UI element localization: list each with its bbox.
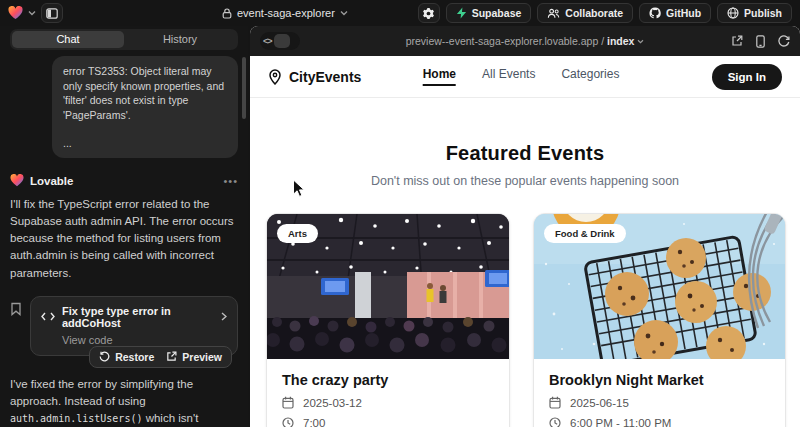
chat-sidebar: Chat History error TS2353: Object litera… <box>0 26 248 427</box>
code-change-row: Fix type type error in addCoHost View co… <box>10 296 238 356</box>
site-brand-name: CityEvents <box>289 69 361 85</box>
project-chevron-down-icon <box>340 10 348 16</box>
tab-chat[interactable]: Chat <box>12 31 124 48</box>
user-message-text: error TS2353: Object literal may only sp… <box>63 64 227 123</box>
site-nav: Home All Events Categories <box>423 67 620 86</box>
browser-actions <box>731 35 790 48</box>
version-actions: Restore Preview <box>89 346 232 368</box>
map-pin-icon <box>268 69 282 85</box>
supabase-icon <box>456 7 467 19</box>
preview-button[interactable]: Preview <box>166 351 222 363</box>
event-card-crazy-party[interactable]: Arts The crazy party <box>266 213 510 427</box>
topbar-left-group <box>8 3 63 23</box>
collaborate-button-label: Collaborate <box>565 7 623 19</box>
project-switcher[interactable]: event-saga-explorer <box>222 0 348 26</box>
event-title: The crazy party <box>282 372 494 388</box>
event-date-row: 2025-03-12 <box>282 396 494 409</box>
restore-button[interactable]: Restore <box>99 351 154 363</box>
url-host: preview--event-saga-explorer.lovable.app… <box>406 35 604 47</box>
panel-layout-icon <box>46 8 58 19</box>
event-cards: Arts The crazy party <box>250 188 800 427</box>
topbar-right-group: Supabase Collaborate GitHub <box>418 3 792 23</box>
publish-button-label: Publish <box>744 7 782 19</box>
github-button-label: GitHub <box>666 7 701 19</box>
code-icon <box>41 312 55 321</box>
calendar-icon <box>549 396 561 409</box>
event-date: 2025-03-12 <box>303 397 362 409</box>
event-image-cookies: Food & Drink <box>534 214 785 359</box>
url-page: index <box>607 35 634 47</box>
lovable-heart-logo[interactable] <box>8 6 23 20</box>
nav-categories[interactable]: Categories <box>561 67 619 86</box>
code-change-title: Fix type type error in addCoHost <box>62 305 214 329</box>
event-card-body: Brooklyn Night Market 2025-06-15 <box>534 359 785 427</box>
collaborate-button[interactable]: Collaborate <box>537 3 633 23</box>
nav-home[interactable]: Home <box>423 67 456 86</box>
external-link-icon <box>166 351 177 362</box>
gear-icon <box>422 7 435 20</box>
supabase-button[interactable]: Supabase <box>446 3 532 23</box>
event-date-row: 2025-06-15 <box>549 396 770 409</box>
code-preview-toggle[interactable]: <> <box>260 32 300 50</box>
event-image-conference: Arts <box>267 214 509 359</box>
event-time: 6:00 PM - 11:00 PM <box>570 417 671 427</box>
event-date: 2025-06-15 <box>570 397 629 409</box>
preview-url[interactable]: preview--event-saga-explorer.lovable.app… <box>250 35 800 47</box>
lock-icon <box>222 8 232 19</box>
project-name: event-saga-explorer <box>237 7 335 19</box>
category-badge: Food & Drink <box>544 224 626 243</box>
publish-button[interactable]: Publish <box>717 3 792 23</box>
restore-button-label: Restore <box>115 351 154 363</box>
sidebar-scrollbar[interactable] <box>242 57 246 119</box>
preview-panel: <> preview--event-saga-explorer.lovable.… <box>250 26 800 427</box>
settings-button[interactable] <box>418 3 440 23</box>
globe-icon <box>727 7 739 19</box>
assistant-header: Lovable ••• <box>10 174 238 187</box>
view-code-link[interactable]: View code <box>62 334 227 346</box>
toggle-sidebar-button[interactable] <box>41 3 63 23</box>
restore-icon <box>99 351 110 362</box>
lovable-heart-icon <box>10 174 24 187</box>
clock-icon <box>549 417 561 427</box>
event-card-body: The crazy party 2025-03-12 <box>267 359 509 427</box>
assistant-paragraph-2: I've fixed the error by simplifying the … <box>10 376 238 427</box>
people-icon <box>547 8 560 19</box>
site-brand[interactable]: CityEvents <box>268 69 361 85</box>
event-time-row: 7:00 <box>282 417 494 427</box>
chat-history-tabs: Chat History <box>10 29 238 50</box>
lovable-editor-window: event-saga-explorer Supabase <box>0 0 800 427</box>
category-badge: Arts <box>277 224 318 243</box>
code-toggle-icon: <> <box>263 36 272 46</box>
supabase-button-label: Supabase <box>472 7 522 19</box>
github-button[interactable]: GitHub <box>639 3 711 23</box>
calendar-icon <box>282 396 294 409</box>
featured-events-subtitle: Don't miss out on these popular events h… <box>250 174 800 188</box>
preview-browser-bar: <> preview--event-saga-explorer.lovable.… <box>250 26 800 56</box>
message-menu-button[interactable]: ••• <box>223 175 238 187</box>
tab-history[interactable]: History <box>124 31 236 48</box>
url-chevron-down-icon <box>637 39 644 44</box>
event-time: 7:00 <box>303 417 325 427</box>
logo-chevron-down-icon[interactable] <box>28 10 36 16</box>
refresh-icon[interactable] <box>778 35 790 47</box>
chevron-right-icon <box>221 312 227 321</box>
event-card-brooklyn-market[interactable]: Food & Drink Brooklyn Night Market <box>533 213 786 427</box>
preview-button-label: Preview <box>182 351 222 363</box>
mobile-view-icon[interactable] <box>756 35 765 48</box>
user-message-ellipsis: ... <box>63 136 227 151</box>
site-header: CityEvents Home All Events Categories Si… <box>250 56 800 98</box>
open-in-new-tab-icon[interactable] <box>731 35 743 47</box>
assistant-name: Lovable <box>30 175 73 187</box>
user-message-bubble: error TS2353: Object literal may only sp… <box>52 56 238 158</box>
inline-code-listusers: auth.admin.listUsers() <box>10 413 142 424</box>
featured-events-title: Featured Events <box>250 142 800 165</box>
bookmark-icon[interactable] <box>10 302 22 316</box>
event-title: Brooklyn Night Market <box>549 372 770 388</box>
toggle-knob <box>274 34 290 48</box>
assistant-paragraph-1: I'll fix the TypeScript error related to… <box>10 196 238 281</box>
github-icon <box>649 7 661 19</box>
nav-all-events[interactable]: All Events <box>482 67 535 86</box>
sign-in-button[interactable]: Sign In <box>712 64 782 90</box>
main-area: Chat History error TS2353: Object litera… <box>0 26 800 427</box>
top-bar: event-saga-explorer Supabase <box>0 0 800 26</box>
